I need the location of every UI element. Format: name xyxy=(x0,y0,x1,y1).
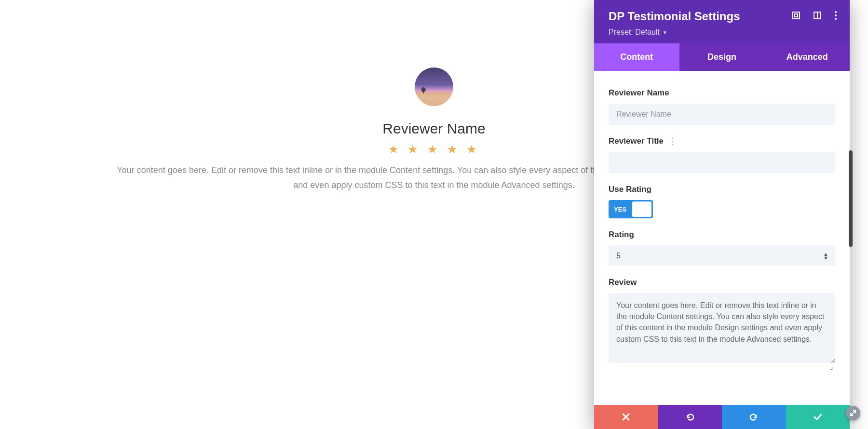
svg-rect-5 xyxy=(795,14,798,17)
close-button[interactable] xyxy=(594,405,658,429)
use-rating-toggle[interactable]: YES xyxy=(609,200,653,218)
redo-button[interactable] xyxy=(722,405,786,429)
toggle-value: YES xyxy=(610,206,632,213)
svg-point-8 xyxy=(835,11,837,13)
reviewer-name-preview: Reviewer Name xyxy=(382,121,485,137)
reviewer-title-input[interactable] xyxy=(609,152,835,173)
rating-label: Rating xyxy=(609,230,835,240)
undo-button[interactable] xyxy=(658,405,722,429)
svg-point-10 xyxy=(835,18,837,20)
use-rating-label: Use Rating xyxy=(609,185,835,194)
svg-point-9 xyxy=(835,14,837,16)
save-button[interactable] xyxy=(786,405,850,429)
panel-footer xyxy=(594,405,850,429)
tab-advanced[interactable]: Advanced xyxy=(764,43,850,71)
caret-down-icon: ▼ xyxy=(663,30,667,35)
expand-icon[interactable] xyxy=(792,11,800,22)
preset-dropdown[interactable]: Preset: Default ▼ xyxy=(609,28,667,37)
svg-rect-1 xyxy=(415,92,453,106)
panel-header: DP Testimonial Settings Preset: Default … xyxy=(594,0,850,43)
review-label: Review xyxy=(609,278,835,287)
field-options-icon[interactable]: ⋮ xyxy=(668,137,677,146)
panel-title: DP Testimonial Settings xyxy=(609,10,792,23)
more-options-icon[interactable] xyxy=(834,11,837,23)
preset-label: Preset: Default xyxy=(609,28,660,37)
tab-content[interactable]: Content xyxy=(594,43,679,71)
review-textarea[interactable]: Your content goes here. Edit or remove t… xyxy=(609,293,835,363)
reviewer-title-label: Reviewer Title xyxy=(609,136,664,146)
reviewer-name-input[interactable] xyxy=(609,104,835,125)
svg-rect-4 xyxy=(793,12,800,19)
scrollbar-thumb[interactable] xyxy=(849,150,853,247)
panel-body: Reviewer Name Reviewer Title ⋮ Use Ratin… xyxy=(594,71,850,405)
expand-panel-button[interactable] xyxy=(846,406,860,420)
reviewer-avatar xyxy=(415,67,453,106)
svg-rect-3 xyxy=(423,90,424,94)
rating-select[interactable]: 5 xyxy=(609,245,835,266)
toggle-knob xyxy=(632,201,651,217)
panel-tabs: Content Design Advanced xyxy=(594,43,850,71)
tab-design[interactable]: Design xyxy=(679,43,765,71)
svg-line-11 xyxy=(851,411,855,416)
resize-handle-icon[interactable]: ⌟ xyxy=(609,363,835,371)
rating-stars-preview: ★ ★ ★ ★ ★ xyxy=(388,143,480,156)
settings-panel: DP Testimonial Settings Preset: Default … xyxy=(594,0,850,429)
reviewer-name-label: Reviewer Name xyxy=(609,88,835,98)
snap-layout-icon[interactable] xyxy=(813,11,822,22)
